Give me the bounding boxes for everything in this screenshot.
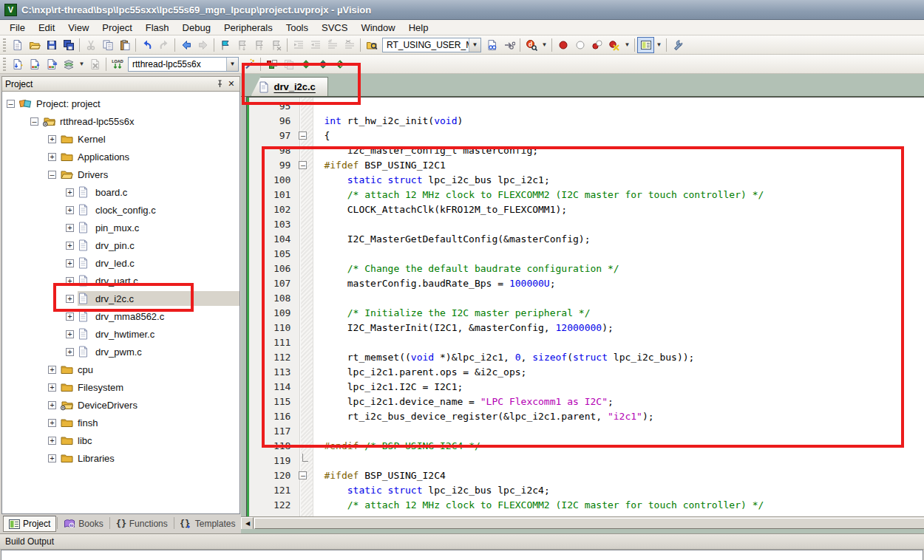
build-button[interactable] [26, 56, 43, 72]
menu-edit[interactable]: Edit [32, 21, 61, 35]
close-icon[interactable]: ✕ [225, 78, 237, 89]
code-editor[interactable]: 9596int rt_hw_i2c_init(void)97–{98 i2c_m… [246, 97, 924, 516]
rebuild-all-button[interactable] [43, 56, 60, 72]
manage-rte-diamond-plus-button[interactable] [297, 56, 314, 72]
expand-icon[interactable]: + [48, 153, 56, 161]
save-button[interactable] [43, 37, 60, 53]
download-load-button[interactable]: LOAD [109, 56, 126, 72]
find-button[interactable]: d [523, 37, 540, 53]
expand-icon[interactable]: + [66, 313, 74, 321]
view-tab-functions[interactable]: {}Functions [111, 516, 173, 532]
find-next-button[interactable] [483, 37, 500, 53]
menu-debug[interactable]: Debug [176, 21, 217, 35]
find-in-files-button[interactable] [363, 37, 380, 53]
tree-item-drv-hwtimer-c[interactable]: +drv_hwtimer.c [2, 325, 240, 343]
tree-item-drv-uart-c[interactable]: +drv_uart.c [2, 272, 240, 290]
expand-icon[interactable]: + [66, 348, 74, 356]
menu-view[interactable]: View [61, 21, 95, 35]
scroll-left-arrow[interactable]: ◀ [241, 517, 254, 530]
target-options-wand-button[interactable] [241, 56, 258, 72]
fold-collapse-icon[interactable]: – [299, 471, 307, 479]
menu-file[interactable]: File [3, 21, 32, 35]
target-combo[interactable]: rtthread-lpc55s6x▼ [128, 57, 239, 72]
expand-icon[interactable]: + [48, 401, 56, 409]
expand-icon[interactable]: + [48, 135, 56, 143]
tree-item-drv-pwm-c[interactable]: +drv_pwm.c [2, 343, 240, 361]
tree-item-drv-i2c-c[interactable]: +drv_i2c.c [2, 290, 240, 307]
menu-peripherals[interactable]: Peripherals [217, 21, 279, 35]
menu-svcs[interactable]: SVCS [315, 21, 354, 35]
fold-cell[interactable]: – [296, 468, 313, 483]
tree-item-clock-config-c[interactable]: +clock_config.c [2, 201, 240, 219]
incremental-find-button[interactable] [500, 37, 517, 53]
combo-dropdown-icon[interactable]: ▼ [469, 38, 480, 52]
tree-item-kernel[interactable]: +Kernel [2, 130, 240, 148]
breakpoint-button[interactable] [554, 37, 571, 53]
tree-item-filesystem[interactable]: +Filesystem [2, 378, 240, 396]
expand-icon[interactable]: + [48, 419, 56, 427]
expand-icon[interactable]: + [66, 295, 74, 303]
breakpoint-kill-all-button[interactable] [605, 37, 622, 53]
collapse-icon[interactable]: – [7, 100, 15, 108]
tree-item-project-project[interactable]: –Project: project [2, 95, 240, 112]
menu-flash[interactable]: Flash [139, 21, 176, 35]
expand-icon[interactable]: + [48, 437, 56, 445]
tree-item-drv-led-c[interactable]: +drv_led.c [2, 254, 240, 272]
expand-icon[interactable]: + [66, 224, 74, 232]
fold-cell[interactable] [296, 454, 313, 468]
window-layout-button[interactable] [637, 37, 654, 53]
dropdown-arrow-icon[interactable]: ▼ [540, 37, 549, 53]
menu-tools[interactable]: Tools [279, 21, 315, 35]
open-file-button[interactable] [26, 37, 43, 53]
fold-cell[interactable]: – [296, 158, 313, 173]
view-tab-project[interactable]: Project [3, 516, 56, 532]
fold-collapse-icon[interactable]: – [299, 132, 307, 140]
expand-icon[interactable]: + [48, 454, 56, 462]
scrollbar-thumb[interactable] [254, 518, 924, 529]
tree-item-pin-mux-c[interactable]: +pin_mux.c [2, 219, 240, 236]
tab-drv-i2c[interactable]: drv_i2c.c [251, 77, 327, 96]
horizontal-scrollbar[interactable]: ◀ [241, 516, 924, 529]
tree-item-libc[interactable]: +libc [2, 431, 240, 449]
software-packs-diamond-button[interactable] [314, 56, 331, 72]
tree-item-drivers[interactable]: –Drivers [2, 165, 240, 183]
paste-button[interactable] [116, 37, 133, 53]
save-all-button[interactable] [60, 37, 77, 53]
tree-item-drv-pin-c[interactable]: +drv_pin.c [2, 236, 240, 254]
tree-item-drv-mma8562-c[interactable]: +drv_mma8562.c [2, 307, 240, 325]
project-tree[interactable]: –Project: project–rtthread-lpc55s6x+Kern… [1, 92, 240, 514]
build-output-content[interactable] [1, 550, 923, 560]
tree-item-cpu[interactable]: +cpu [2, 361, 240, 378]
breakpoint-enable-all-button[interactable] [588, 37, 605, 53]
tree-item-finsh[interactable]: +finsh [2, 414, 240, 431]
tree-item-rtthread-lpc55s6x[interactable]: –rtthread-lpc55s6x [2, 112, 240, 130]
undo-button[interactable] [138, 37, 155, 53]
tree-item-applications[interactable]: +Applications [2, 148, 240, 165]
copy-button[interactable] [99, 37, 116, 53]
menu-help[interactable]: Help [402, 21, 435, 35]
tree-item-libraries[interactable]: +Libraries [2, 449, 240, 467]
dropdown-arrow-icon[interactable]: ▼ [77, 56, 86, 72]
menu-window[interactable]: Window [354, 21, 401, 35]
new-file-button[interactable] [9, 37, 26, 53]
pin-icon[interactable] [214, 78, 225, 89]
collapse-icon[interactable]: – [48, 171, 56, 179]
expand-icon[interactable]: + [48, 366, 56, 374]
view-tab-templates[interactable]: {}Templates [175, 516, 241, 532]
pack-installer-diamond-button[interactable] [331, 56, 348, 72]
expand-icon[interactable]: + [66, 206, 74, 214]
configure-wrench-button[interactable] [669, 37, 686, 53]
translate-file-button[interactable] [9, 56, 26, 72]
fold-collapse-icon[interactable]: – [299, 161, 307, 169]
tree-item-devicedrivers[interactable]: +DeviceDrivers [2, 396, 240, 414]
combo-dropdown-icon[interactable]: ▼ [226, 58, 238, 71]
bookmark-toggle-button[interactable] [217, 37, 234, 53]
breakpoint-disable-button[interactable] [571, 37, 588, 53]
expand-icon[interactable]: + [48, 383, 56, 392]
collapse-icon[interactable]: – [30, 117, 38, 126]
tree-item-board-c[interactable]: +board.c [2, 183, 240, 201]
navigate-back-button[interactable] [177, 37, 194, 53]
fold-cell[interactable]: – [296, 129, 313, 143]
batch-build-button[interactable] [60, 56, 77, 72]
manage-rte-blocks-button[interactable] [263, 56, 280, 72]
